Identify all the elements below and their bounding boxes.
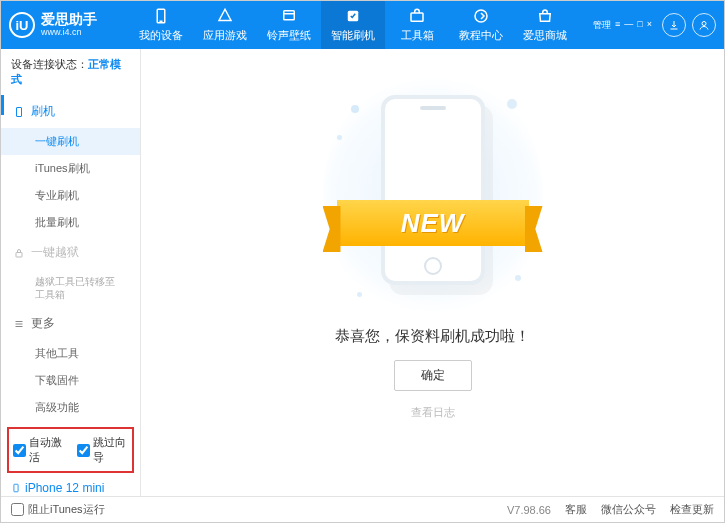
sidebar-item-itunes[interactable]: iTunes刷机: [1, 155, 140, 182]
success-message: 恭喜您，保资料刷机成功啦！: [335, 327, 530, 346]
phone-icon: [13, 106, 25, 118]
sys-maximize[interactable]: □: [637, 19, 642, 32]
lock-icon: [13, 247, 25, 259]
app-url: www.i4.cn: [41, 28, 97, 38]
svg-point-6: [475, 10, 487, 22]
main-content: NEW 恭喜您，保资料刷机成功啦！ 确定 查看日志: [141, 49, 724, 496]
tab-store[interactable]: 爱思商城: [513, 1, 577, 49]
options-highlight: 自动激活 跳过向导: [7, 427, 134, 473]
sidebar-item-batch[interactable]: 批量刷机: [1, 209, 140, 236]
section-flash[interactable]: 刷机: [1, 95, 140, 128]
section-jailbreak[interactable]: 一键越狱: [1, 236, 140, 269]
svg-rect-13: [14, 484, 18, 492]
ribbon-text: NEW: [401, 208, 465, 239]
title-bar: iU 爱思助手 www.i4.cn 我的设备 应用游戏 铃声壁纸 智能刷机 工具…: [1, 1, 724, 49]
confirm-button[interactable]: 确定: [394, 360, 472, 391]
app-name: 爱思助手: [41, 12, 97, 27]
sidebar: 设备连接状态：正常模式 刷机 一键刷机 iTunes刷机 专业刷机 批量刷机 一…: [1, 49, 141, 496]
svg-rect-9: [16, 252, 22, 257]
device-status: 设备连接状态：正常模式: [1, 49, 140, 95]
tab-toolbox[interactable]: 工具箱: [385, 1, 449, 49]
check-auto-activate[interactable]: 自动激活: [13, 435, 65, 465]
sidebar-item-firmware[interactable]: 下载固件: [1, 367, 140, 394]
update-link[interactable]: 检查更新: [670, 502, 714, 517]
sidebar-item-other[interactable]: 其他工具: [1, 340, 140, 367]
jailbreak-note: 越狱工具已转移至 工具箱: [1, 269, 140, 307]
sidebar-item-advanced[interactable]: 高级功能: [1, 394, 140, 421]
tab-ringtones[interactable]: 铃声壁纸: [257, 1, 321, 49]
sidebar-item-oneclick[interactable]: 一键刷机: [1, 128, 140, 155]
svg-point-7: [702, 22, 706, 26]
section-more[interactable]: 更多: [1, 307, 140, 340]
user-button[interactable]: [692, 13, 716, 37]
svg-rect-2: [284, 11, 295, 20]
view-log-link[interactable]: 查看日志: [411, 405, 455, 420]
sys-manage[interactable]: 管理: [593, 19, 611, 32]
svg-rect-5: [411, 13, 423, 21]
download-button[interactable]: [662, 13, 686, 37]
success-illustration: NEW: [343, 85, 523, 305]
phone-icon: [11, 481, 21, 495]
sys-close[interactable]: ×: [647, 19, 652, 32]
status-bar: 阻止iTunes运行 V7.98.66 客服 微信公众号 检查更新: [1, 496, 724, 522]
check-block-itunes[interactable]: 阻止iTunes运行: [11, 502, 105, 517]
wechat-link[interactable]: 微信公众号: [601, 502, 656, 517]
app-logo: iU 爱思助手 www.i4.cn: [9, 12, 129, 38]
tab-flash[interactable]: 智能刷机: [321, 1, 385, 49]
support-link[interactable]: 客服: [565, 502, 587, 517]
sidebar-item-pro[interactable]: 专业刷机: [1, 182, 140, 209]
device-panel[interactable]: iPhone 12 mini 64GB Down-12mini-13,1: [1, 475, 140, 496]
version-label: V7.98.66: [507, 504, 551, 516]
check-skip-guide[interactable]: 跳过向导: [77, 435, 129, 465]
window-controls: 管理 ≡ — □ ×: [593, 13, 716, 37]
sys-menu[interactable]: ≡: [615, 19, 620, 32]
logo-icon: iU: [9, 12, 35, 38]
device-name: iPhone 12 mini: [25, 481, 104, 495]
tab-my-device[interactable]: 我的设备: [129, 1, 193, 49]
top-tabs: 我的设备 应用游戏 铃声壁纸 智能刷机 工具箱 教程中心 爱思商城: [129, 1, 593, 49]
sys-minimize[interactable]: —: [624, 19, 633, 32]
tab-tutorials[interactable]: 教程中心: [449, 1, 513, 49]
svg-rect-8: [17, 107, 22, 116]
menu-icon: [13, 318, 25, 330]
tab-apps[interactable]: 应用游戏: [193, 1, 257, 49]
